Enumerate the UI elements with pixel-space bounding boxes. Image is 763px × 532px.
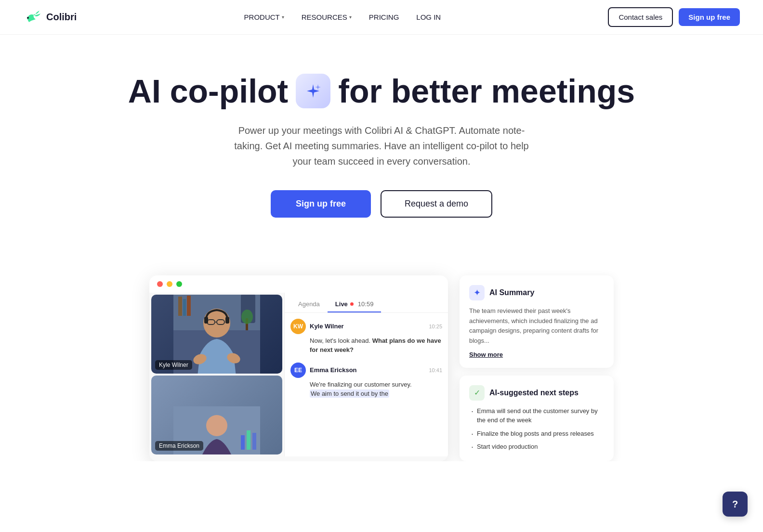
window-minimize-dot <box>167 281 172 287</box>
hero-buttons: Sign up free Request a demo <box>23 190 740 218</box>
chat-tabs: Agenda Live 10:59 <box>285 293 448 313</box>
nav-resources[interactable]: RESOURCES ▾ <box>302 13 352 21</box>
tab-live[interactable]: Live 10:59 <box>328 297 382 312</box>
chevron-down-icon: ▾ <box>349 14 352 20</box>
contact-sales-button[interactable]: Contact sales <box>608 7 673 27</box>
msg-author-emma: Emma Erickson <box>310 366 357 374</box>
msg-time-kyle: 10:25 <box>429 324 442 329</box>
speaker2-label: Emma Erickson <box>155 441 203 451</box>
svg-rect-21 <box>247 430 250 450</box>
hero-section: AI co-pilot for better meetings Power up… <box>0 35 763 247</box>
nav-signup-button[interactable]: Sign up free <box>679 8 740 26</box>
svg-rect-20 <box>241 435 245 450</box>
ai-next-steps-title: AI-suggested next steps <box>489 389 579 397</box>
window-titlebar <box>149 275 448 293</box>
svg-rect-5 <box>187 296 191 316</box>
live-time: 10:59 <box>358 300 374 308</box>
window-close-dot <box>157 281 163 287</box>
avatar-emma: EE <box>290 363 306 378</box>
svg-rect-3 <box>178 297 182 316</box>
nav-links: PRODUCT ▾ RESOURCES ▾ PRICING LOG IN <box>244 13 441 21</box>
step-2: Finalize the blog posts and press releas… <box>469 429 604 439</box>
live-dot <box>350 302 354 306</box>
show-more-button[interactable]: Show more <box>469 351 604 358</box>
chat-message-kyle: KW Kyle Wilner 10:25 Now, let's look ahe… <box>290 319 442 355</box>
steps-list: Emma will send out the customer survey b… <box>469 406 604 452</box>
step-1: Emma will send out the customer survey b… <box>469 406 604 425</box>
ai-summary-icon: ✦ <box>469 285 485 300</box>
svg-rect-4 <box>183 299 186 316</box>
nav-product[interactable]: PRODUCT ▾ <box>244 13 284 21</box>
hero-title: AI co-pilot for better meetings <box>23 73 740 109</box>
ai-panel: ✦ AI Summary The team reviewed their pas… <box>460 275 614 461</box>
hero-subtitle: Power up your meetings with Colibri AI &… <box>227 123 536 169</box>
step-3: Start video production <box>469 442 604 452</box>
chevron-down-icon: ▾ <box>282 14 284 20</box>
nav-login[interactable]: LOG IN <box>416 13 441 21</box>
ai-next-steps-card: ✓ AI-suggested next steps Emma will send… <box>460 376 614 461</box>
msg-text-emma: We're finalizing our customer survey. We… <box>290 380 442 399</box>
demo-section: Kyle Wilner Emma Er <box>0 247 763 461</box>
chat-message-emma: EE Emma Erickson 10:41 We're finalizing … <box>290 363 442 399</box>
hero-signup-button[interactable]: Sign up free <box>271 190 371 218</box>
ai-summary-card: ✦ AI Summary The team reviewed their pas… <box>460 275 614 368</box>
video-tile-kyle: Kyle Wilner <box>151 295 282 374</box>
svg-point-19 <box>206 415 227 436</box>
logo-text: Colibri <box>46 12 77 23</box>
avatar-kyle: KW <box>290 319 306 334</box>
chat-messages: KW Kyle Wilner 10:25 Now, let's look ahe… <box>285 313 448 456</box>
chat-panel: Agenda Live 10:59 <box>284 293 448 456</box>
video-tile-emma: Emma Erickson <box>151 376 282 454</box>
svg-point-0 <box>27 17 29 19</box>
navbar: Colibri PRODUCT ▾ RESOURCES ▾ PRICING LO… <box>0 0 763 35</box>
meeting-content: Kyle Wilner Emma Er <box>149 293 448 456</box>
ai-next-steps-icon: ✓ <box>469 385 485 401</box>
tab-agenda[interactable]: Agenda <box>290 297 328 312</box>
window-maximize-dot <box>176 281 182 287</box>
speaker1-label: Kyle Wilner <box>155 360 192 370</box>
svg-rect-22 <box>252 433 256 450</box>
logo-link[interactable]: Colibri <box>23 8 77 27</box>
msg-author-kyle: Kyle Wilner <box>310 323 344 330</box>
logo-icon <box>23 8 42 27</box>
ai-sparkle-icon <box>296 74 330 108</box>
hero-demo-button[interactable]: Request a demo <box>381 190 492 218</box>
video-panel: Kyle Wilner Emma Er <box>149 293 284 456</box>
ai-summary-title: AI Summary <box>489 288 534 297</box>
svg-point-17 <box>241 310 253 324</box>
msg-time-emma: 10:41 <box>429 367 442 373</box>
svg-rect-12 <box>204 317 208 324</box>
meeting-window: Kyle Wilner Emma Er <box>149 275 448 461</box>
svg-rect-13 <box>225 317 229 324</box>
nav-pricing[interactable]: PRICING <box>369 13 399 21</box>
ai-summary-text: The team reviewed their past week's achi… <box>469 306 604 346</box>
nav-actions: Contact sales Sign up free <box>608 7 740 27</box>
msg-text-kyle: Now, let's look ahead. What plans do we … <box>290 336 442 355</box>
